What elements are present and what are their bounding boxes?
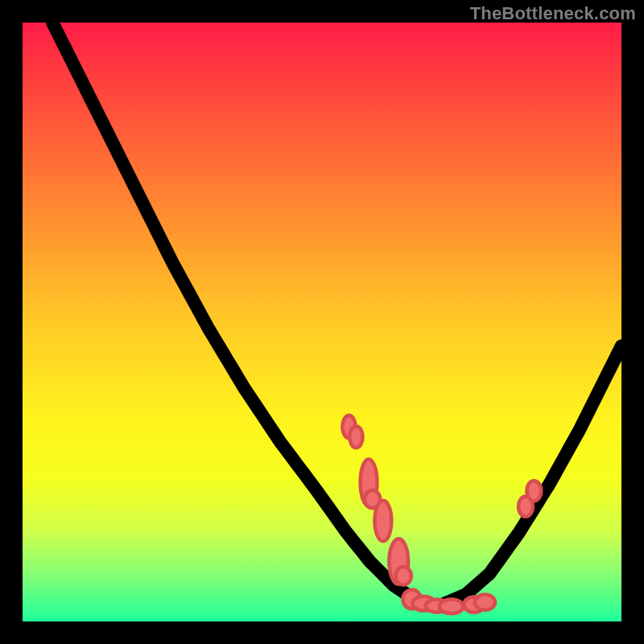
bottleneck-curve [52, 23, 621, 605]
data-marker [440, 599, 464, 613]
chart-frame [23, 23, 621, 621]
watermark-text: TheBottleneck.com [470, 3, 636, 24]
data-markers [342, 415, 541, 613]
data-marker [526, 481, 541, 501]
data-marker [396, 567, 411, 584]
data-marker [349, 426, 362, 448]
data-marker [374, 501, 391, 542]
data-marker [475, 595, 495, 610]
chart-svg [23, 23, 621, 621]
